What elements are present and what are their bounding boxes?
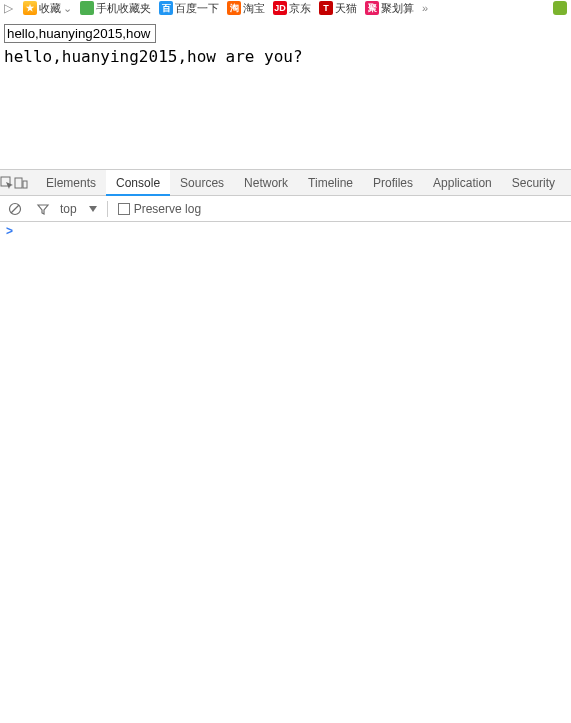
- bookmark-label: 京东: [289, 1, 311, 16]
- console-toolbar: top Preserve log: [0, 196, 571, 222]
- bookmark-favorites[interactable]: ★ 收藏 ⌄: [23, 1, 72, 16]
- context-selector[interactable]: top: [60, 202, 83, 216]
- mobile-icon: [80, 1, 94, 15]
- devtools-tabbar: Elements Console Sources Network Timelin…: [0, 170, 571, 196]
- svg-rect-2: [23, 181, 27, 188]
- dropdown-arrow-icon[interactable]: [89, 206, 97, 212]
- console-prompt: >: [6, 224, 13, 238]
- tab-profiles[interactable]: Profiles: [363, 170, 423, 196]
- tab-application[interactable]: Application: [423, 170, 502, 196]
- preserve-log-label: Preserve log: [134, 202, 201, 216]
- bookmark-baidu[interactable]: 百 百度一下: [159, 1, 219, 16]
- tab-timeline[interactable]: Timeline: [298, 170, 363, 196]
- bookmark-jd[interactable]: JD 京东: [273, 1, 311, 16]
- text-input[interactable]: [4, 24, 156, 43]
- bookmark-bar: ▷ ★ 收藏 ⌄ 手机收藏夹 百 百度一下 淘 淘宝 JD 京东 T 天猫 聚 …: [0, 0, 571, 16]
- svg-rect-1: [15, 178, 22, 188]
- tmall-icon: T: [319, 1, 333, 15]
- clear-console-icon[interactable]: [4, 198, 26, 220]
- bookmark-label: 天猫: [335, 1, 357, 16]
- bookmark-label: 聚划算: [381, 1, 414, 16]
- jd-icon: JD: [273, 1, 287, 15]
- bookmark-taobao[interactable]: 淘 淘宝: [227, 1, 265, 16]
- page-output-text: hello,huanying2015,how are you?: [4, 47, 567, 66]
- tab-network[interactable]: Network: [234, 170, 298, 196]
- juhuasuan-icon: 聚: [365, 1, 379, 15]
- bookmark-more-icon[interactable]: »: [422, 2, 428, 14]
- star-icon: ★: [23, 1, 37, 15]
- device-toolbar-icon[interactable]: [14, 170, 28, 196]
- inspect-element-icon[interactable]: [0, 170, 14, 196]
- svg-line-4: [11, 205, 19, 213]
- bookmark-label: 百度一下: [175, 1, 219, 16]
- extension-icon[interactable]: [553, 1, 567, 15]
- context-label: top: [60, 202, 77, 216]
- tab-audits-partial[interactable]: A: [565, 170, 571, 196]
- bookmark-leading-icon: ▷: [4, 1, 15, 15]
- tab-elements[interactable]: Elements: [36, 170, 106, 196]
- checkbox-icon: [118, 203, 130, 215]
- bookmark-tmall[interactable]: T 天猫: [319, 1, 357, 16]
- taobao-icon: 淘: [227, 1, 241, 15]
- bookmark-juhuasuan[interactable]: 聚 聚划算: [365, 1, 414, 16]
- baidu-icon: 百: [159, 1, 173, 15]
- bookmark-mobile-fav[interactable]: 手机收藏夹: [80, 1, 151, 16]
- tab-sources[interactable]: Sources: [170, 170, 234, 196]
- chevron-down-icon: ⌄: [63, 2, 72, 15]
- preserve-log-checkbox[interactable]: Preserve log: [118, 202, 201, 216]
- bookmark-label: 淘宝: [243, 1, 265, 16]
- devtools-panel: Elements Console Sources Network Timelin…: [0, 169, 571, 240]
- tab-console[interactable]: Console: [106, 170, 170, 196]
- filter-icon[interactable]: [32, 198, 54, 220]
- console-body[interactable]: >: [0, 222, 571, 240]
- bookmark-label: 收藏: [39, 1, 61, 16]
- tab-security[interactable]: Security: [502, 170, 565, 196]
- page-content: hello,huanying2015,how are you?: [0, 16, 571, 169]
- bookmark-label: 手机收藏夹: [96, 1, 151, 16]
